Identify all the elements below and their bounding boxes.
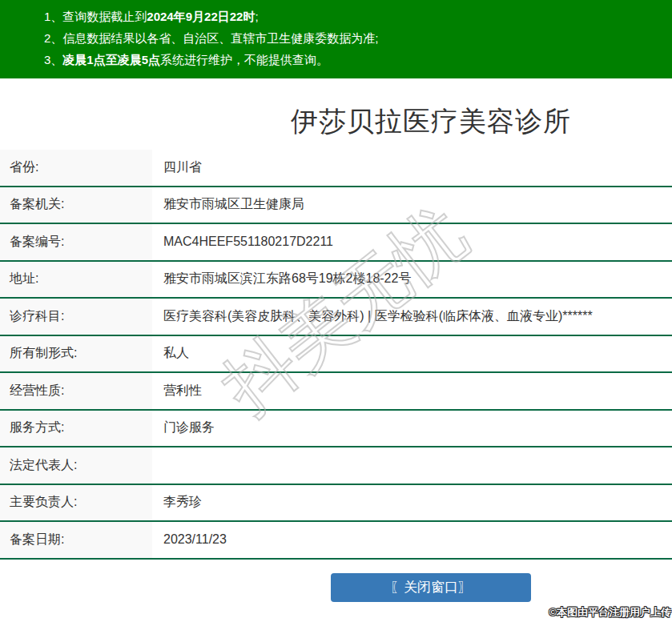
page-title: 伊莎贝拉医疗美容诊所	[0, 106, 672, 136]
table-row: 所有制形式: 私人	[0, 336, 672, 374]
row-label: 经营性质:	[0, 373, 152, 409]
row-label: 法定代表人:	[0, 447, 152, 484]
notice-banner: 1、查询数据截止到2024年9月22日22时; 2、信息数据结果以各省、自治区、…	[0, 0, 672, 78]
row-value: 私人	[152, 345, 672, 362]
row-label: 服务方式:	[0, 411, 152, 447]
table-row: 法定代表人:	[0, 447, 672, 485]
notice-text-bold: 2024年9月22日22时	[147, 10, 255, 23]
row-value: 雅安市雨城区卫生健康局	[152, 196, 672, 213]
notice-line: 1、查询数据截止到2024年9月22日22时;	[44, 6, 672, 27]
row-label: 所有制形式:	[0, 336, 152, 372]
row-value: 2023/11/23	[152, 532, 672, 547]
row-label: 省份:	[0, 150, 152, 186]
notice-text: 系统进行维护，不能提供查询。	[160, 53, 328, 66]
row-value: 李秀珍	[152, 494, 672, 511]
table-row: 备案编号: MAC4HEEF551180217D2211	[0, 224, 672, 262]
row-value: 医疗美容科(美容皮肤科、美容外科) | 医学检验科(临床体液、血液专业)****…	[152, 308, 672, 325]
main-content: 伊莎贝拉医疗美容诊所 省份: 四川省 备案机关: 雅安市雨城区卫生健康局 备案编…	[0, 106, 672, 602]
notice-text: 3、	[44, 53, 62, 66]
notice-text: ;	[255, 10, 258, 23]
row-value: 营利性	[152, 383, 672, 399]
table-row: 省份: 四川省	[0, 150, 672, 187]
notice-text: 2、信息数据结果以各省、自治区、直辖市卫生健康委数据为准;	[44, 31, 379, 45]
table-row: 主要负责人: 李秀珍	[0, 485, 672, 523]
notice-text-bold: 凌晨1点至凌晨5点	[62, 53, 160, 66]
notice-text: 1、查询数据截止到	[44, 10, 147, 23]
notice-line: 3、凌晨1点至凌晨5点系统进行维护，不能提供查询。	[44, 49, 672, 70]
table-row: 备案日期: 2023/11/23	[0, 522, 672, 560]
table-row: 备案机关: 雅安市雨城区卫生健康局	[0, 187, 672, 225]
row-label: 备案编号:	[0, 224, 152, 260]
registration-info-table: 省份: 四川省 备案机关: 雅安市雨城区卫生健康局 备案编号: MAC4HEEF…	[0, 150, 672, 560]
button-area: 〖关闭窗口〗	[0, 573, 672, 602]
row-label: 地址:	[0, 262, 152, 298]
row-label: 备案日期:	[0, 522, 152, 558]
row-value: 四川省	[152, 159, 672, 176]
table-row: 诊疗科目: 医疗美容科(美容皮肤科、美容外科) | 医学检验科(临床体液、血液专…	[0, 299, 672, 336]
row-label: 主要负责人:	[0, 485, 152, 521]
table-row: 地址: 雅安市雨城区滨江东路68号19栋2楼18-22号	[0, 262, 672, 299]
close-window-button[interactable]: 〖关闭窗口〗	[331, 573, 531, 602]
row-label: 备案机关:	[0, 187, 152, 223]
row-value: 门诊服务	[152, 419, 672, 436]
row-label: 诊疗科目:	[0, 299, 152, 335]
upload-credit-watermark: ©本图由平台注册用户上传	[549, 605, 671, 620]
notice-line: 2、信息数据结果以各省、自治区、直辖市卫生健康委数据为准;	[44, 27, 672, 49]
table-row: 经营性质: 营利性	[0, 373, 672, 411]
row-value: MAC4HEEF551180217D2211	[152, 235, 672, 249]
row-value: 雅安市雨城区滨江东路68号19栋2楼18-22号	[152, 271, 672, 287]
table-row: 服务方式: 门诊服务	[0, 411, 672, 448]
